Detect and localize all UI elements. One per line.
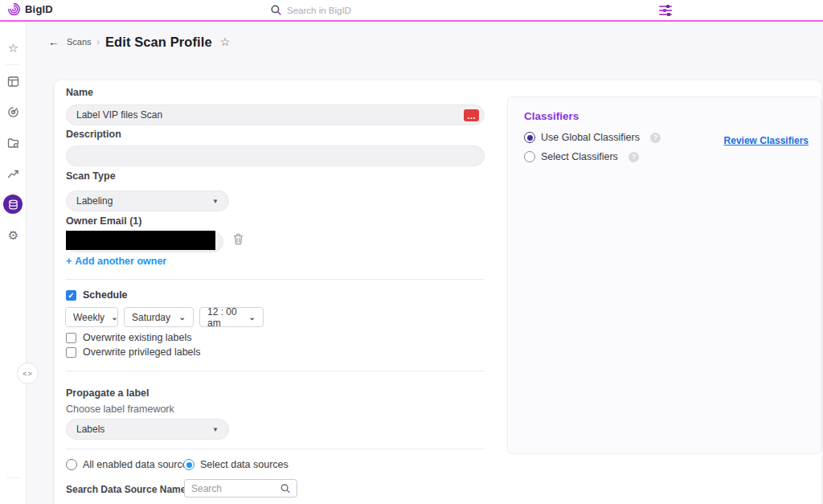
breadcrumb-scans-link[interactable]: Scans xyxy=(67,37,92,47)
activity-target-icon[interactable] xyxy=(0,103,27,121)
back-arrow-icon[interactable]: ← xyxy=(48,35,59,48)
overwrite-existing-row[interactable]: Overwrite existing labels xyxy=(66,332,191,343)
help-question-icon[interactable]: ? xyxy=(629,152,639,162)
description-input[interactable] xyxy=(76,150,474,162)
redacted-owner-email xyxy=(66,231,215,250)
name-input-wrap: … xyxy=(66,104,485,125)
breadcrumb-separator: › xyxy=(97,38,100,47)
use-global-classifiers-row[interactable]: Use Global Classifiers ? xyxy=(524,132,661,143)
frequency-value: Weekly xyxy=(73,312,104,323)
schedule-checkbox[interactable]: ✓ xyxy=(66,290,76,301)
sidebar-collapse-button[interactable]: <> xyxy=(17,363,39,384)
schedule-frequency-select[interactable]: Weekly ⌄ xyxy=(65,307,118,327)
reports-chart-icon[interactable] xyxy=(0,164,27,182)
select-sources-radio[interactable] xyxy=(183,459,194,470)
select-classifiers-radio[interactable] xyxy=(524,151,535,162)
scan-type-label: Scan Type xyxy=(66,170,116,182)
favorites-star-icon[interactable]: ☆ xyxy=(0,39,27,57)
select-sources-label: Select data sources xyxy=(200,459,289,470)
global-search-input[interactable] xyxy=(287,6,464,15)
data-source-search-input[interactable] xyxy=(191,483,280,494)
select-classifiers-label: Select Classifiers xyxy=(541,151,618,162)
review-classifiers-link[interactable]: Review Classifiers xyxy=(724,135,809,146)
data-discovery-icon[interactable] xyxy=(0,133,27,151)
schedule-time-select[interactable]: 12 : 00 am ⌄ xyxy=(199,307,264,327)
use-global-classifiers-label: Use Global Classifiers xyxy=(541,132,640,143)
classifiers-panel: Classifiers Use Global Classifiers ? Sel… xyxy=(507,96,821,454)
help-question-icon[interactable]: ? xyxy=(650,133,661,143)
sidebar-item-catalog-active[interactable] xyxy=(3,195,23,214)
overwrite-privileged-checkbox[interactable] xyxy=(66,347,76,358)
section-divider xyxy=(66,371,485,371)
sidebar-divider xyxy=(6,477,20,478)
delete-owner-trash-icon[interactable] xyxy=(233,233,244,245)
name-input[interactable] xyxy=(76,109,474,121)
overwrite-existing-checkbox[interactable] xyxy=(66,333,76,343)
overwrite-privileged-label: Overwrite privileged labels xyxy=(83,346,201,358)
day-value: Saturday xyxy=(132,312,170,323)
left-sidebar: ☆ ⚙ xyxy=(0,23,27,504)
select-data-sources-radio-row[interactable]: Select data sources xyxy=(183,459,289,470)
chevron-down-icon: ⌄ xyxy=(249,313,256,322)
search-data-source-label: Search Data Source Name xyxy=(66,484,186,495)
chevron-down-icon: ⌄ xyxy=(179,313,186,322)
description-input-wrap xyxy=(66,145,485,166)
add-owner-label: Add another owner xyxy=(75,256,166,267)
scan-type-value: Labeling xyxy=(76,195,113,207)
name-label: Name xyxy=(66,87,93,98)
schedule-day-select[interactable]: Saturday ⌄ xyxy=(124,307,194,327)
select-classifiers-row[interactable]: Select Classifiers ? xyxy=(524,151,639,162)
use-global-classifiers-radio[interactable] xyxy=(524,132,535,143)
chevron-down-icon: ▼ xyxy=(212,198,219,205)
dashboard-icon[interactable] xyxy=(0,72,27,90)
bigid-logo[interactable]: BigID xyxy=(7,2,53,16)
description-label: Description xyxy=(66,129,121,140)
search-icon xyxy=(271,5,281,15)
schedule-label: Schedule xyxy=(83,289,128,301)
filter-sliders-icon[interactable] xyxy=(658,5,673,16)
chevron-down-icon: ▼ xyxy=(212,426,219,433)
choose-framework-label: Choose label framework xyxy=(66,404,174,415)
schedule-checkbox-row[interactable]: ✓ Schedule xyxy=(66,289,128,301)
classifiers-title: Classifiers xyxy=(524,110,579,122)
section-divider xyxy=(66,449,485,449)
time-value: 12 : 00 am xyxy=(207,306,243,329)
all-enabled-label: All enabled data sources xyxy=(83,459,193,470)
overwrite-privileged-row[interactable]: Overwrite privileged labels xyxy=(66,346,201,358)
database-icon xyxy=(8,199,18,210)
section-divider xyxy=(66,279,485,280)
propagate-label-title: Propagate a label xyxy=(66,387,149,399)
fingerprint-logo-icon xyxy=(7,2,21,16)
scan-profile-card: Name … Description Scan Type Labeling ▼ … xyxy=(55,80,821,504)
logo-text: BigID xyxy=(25,3,53,15)
all-enabled-radio[interactable] xyxy=(66,459,77,470)
owner-email-label: Owner Email (1) xyxy=(66,215,141,227)
page-title: Edit Scan Profile xyxy=(105,35,212,50)
sidebar-divider xyxy=(6,64,20,65)
scan-type-dropdown[interactable]: Labeling ▼ xyxy=(66,191,229,211)
breadcrumb: ← Scans › Edit Scan Profile ☆ xyxy=(48,33,230,51)
plus-icon: + xyxy=(66,256,72,267)
favorite-star-icon[interactable]: ☆ xyxy=(220,35,231,48)
global-search[interactable] xyxy=(271,0,464,20)
password-manager-badge-icon[interactable]: … xyxy=(464,109,479,121)
overwrite-existing-label: Overwrite existing labels xyxy=(83,332,191,343)
search-icon xyxy=(280,483,290,494)
data-source-search-box xyxy=(184,479,297,498)
all-enabled-data-sources-radio-row[interactable]: All enabled data sources xyxy=(66,459,193,470)
framework-value: Labels xyxy=(76,424,104,435)
chevron-down-icon: ⌄ xyxy=(111,313,117,322)
label-framework-dropdown[interactable]: Labels ▼ xyxy=(66,419,229,440)
settings-gear-icon[interactable]: ⚙ xyxy=(0,227,27,244)
top-bar: BigID xyxy=(0,0,823,22)
add-another-owner-link[interactable]: + Add another owner xyxy=(66,256,166,267)
